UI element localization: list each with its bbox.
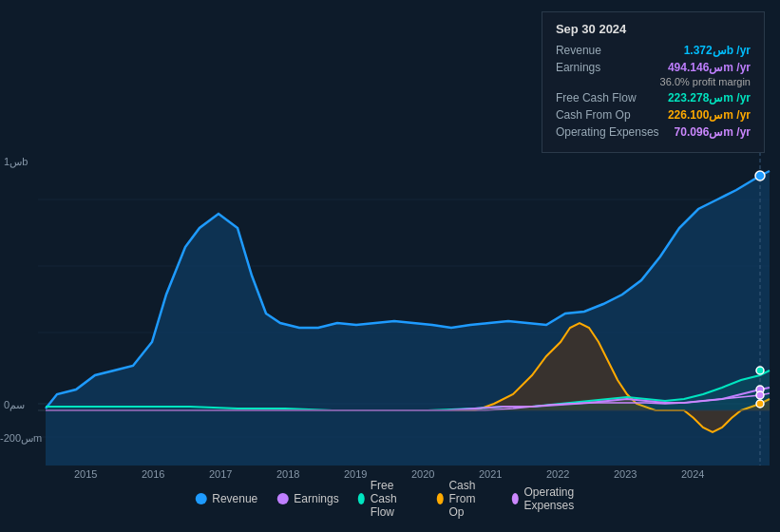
legend-label-fcf: Free Cash Flow	[371, 479, 418, 519]
x-label-2024: 2024	[681, 468, 704, 480]
x-label-2016: 2016	[142, 468, 164, 480]
chart-container: 1سb 0سم -200سm 2015 2016 2017 2018 2019 …	[0, 0, 780, 532]
x-label-2015: 2015	[74, 468, 97, 480]
info-value-opex: 70.096سm /yr	[675, 125, 751, 139]
info-row-opex: Operating Expenses 70.096سm /yr	[556, 125, 751, 139]
info-row-fcf: Free Cash Flow 223.278سm /yr	[556, 91, 751, 104]
info-label-opex: Operating Expenses	[556, 125, 659, 139]
info-label-revenue: Revenue	[556, 44, 601, 57]
legend-dot-revenue	[195, 493, 206, 504]
info-label-earnings: Earnings	[556, 61, 600, 74]
info-label-fcf: Free Cash Flow	[556, 91, 637, 104]
svg-point-13	[756, 391, 764, 399]
legend-opex[interactable]: Operating Expenses	[511, 485, 584, 512]
legend-revenue[interactable]: Revenue	[195, 492, 257, 505]
legend-dot-opex	[511, 493, 518, 504]
info-value-earnings: 494.146سm /yr	[668, 61, 751, 74]
info-box: Sep 30 2024 Revenue 1.372سb /yr Earnings…	[542, 11, 765, 153]
legend-dot-earnings	[276, 493, 288, 504]
info-value-fcf: 223.278سm /yr	[668, 91, 751, 104]
info-row-earnings: Earnings 494.146سm /yr	[556, 61, 751, 74]
legend-label-opex: Operating Expenses	[523, 485, 584, 512]
legend-label-earnings: Earnings	[294, 492, 338, 505]
y-label-0: 0سم	[4, 399, 25, 411]
profit-margin-value: 36.0% profit margin	[660, 76, 751, 87]
svg-point-12	[756, 400, 764, 408]
legend-label-cashop: Cash From Op	[448, 479, 492, 519]
profit-margin-row: 36.0% profit margin	[556, 76, 751, 87]
legend-fcf[interactable]: Free Cash Flow	[358, 479, 418, 519]
legend-label-revenue: Revenue	[212, 492, 257, 505]
y-label-neg200: -200سm	[0, 432, 42, 445]
legend-earnings[interactable]: Earnings	[276, 492, 338, 505]
y-label-1b: 1سb	[4, 156, 28, 168]
chart-legend: Revenue Earnings Free Cash Flow Cash Fro…	[195, 479, 585, 519]
x-label-2023: 2023	[614, 468, 637, 480]
info-value-cashop: 226.100سm /yr	[668, 108, 751, 122]
legend-dot-cashop	[436, 493, 443, 504]
legend-cashop[interactable]: Cash From Op	[436, 479, 492, 519]
svg-point-9	[755, 171, 765, 180]
info-value-revenue: 1.372سb /yr	[684, 44, 751, 57]
svg-point-10	[756, 367, 764, 374]
info-label-cashop: Cash From Op	[556, 108, 631, 122]
info-row-revenue: Revenue 1.372سb /yr	[556, 44, 751, 57]
info-row-cashop: Cash From Op 226.100سm /yr	[556, 108, 751, 122]
info-date: Sep 30 2024	[556, 22, 751, 36]
legend-dot-fcf	[358, 493, 365, 504]
